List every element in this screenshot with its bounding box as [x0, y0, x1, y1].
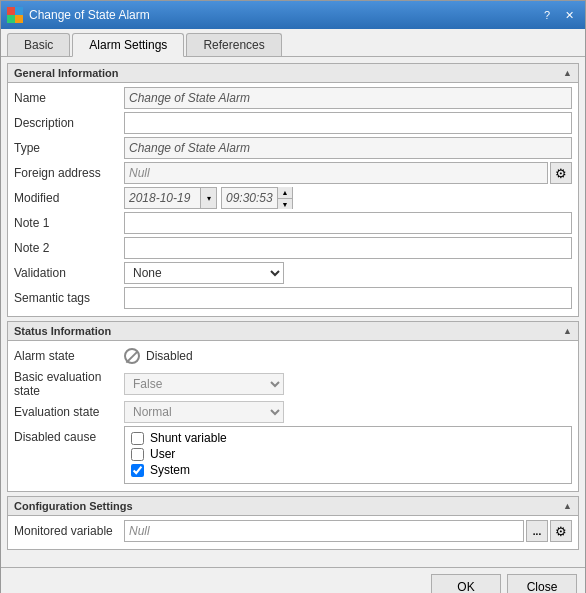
status-info-header: Status Information ▲	[8, 322, 578, 341]
monitored-variable-dots-button[interactable]: ...	[526, 520, 548, 542]
status-info-collapse-icon[interactable]: ▲	[563, 326, 572, 336]
system-checkbox[interactable]	[131, 464, 144, 477]
foreign-address-input[interactable]	[124, 162, 548, 184]
disabled-icon	[124, 348, 140, 364]
user-label: User	[150, 447, 175, 461]
foreign-address-gear-button[interactable]: ⚙	[550, 162, 572, 184]
name-row: Name	[14, 87, 572, 109]
svg-rect-2	[7, 15, 15, 23]
alarm-state-row: Alarm state Disabled	[14, 345, 572, 367]
note2-row: Note 2	[14, 237, 572, 259]
title-bar: Change of State Alarm ? ✕	[1, 1, 585, 29]
alarm-state-label: Alarm state	[14, 349, 124, 363]
config-settings-collapse-icon[interactable]: ▲	[563, 501, 572, 511]
ok-button[interactable]: OK	[431, 574, 501, 593]
basic-eval-label: Basic evaluation state	[14, 370, 124, 398]
user-checkbox[interactable]	[131, 448, 144, 461]
status-info-body: Alarm state Disabled Basic evaluation st…	[8, 341, 578, 491]
main-window: Change of State Alarm ? ✕ Basic Alarm Se…	[0, 0, 586, 593]
note2-label: Note 2	[14, 241, 124, 255]
note2-input[interactable]	[124, 237, 572, 259]
monitored-variable-row: Monitored variable ... ⚙	[14, 520, 572, 542]
foreign-address-label: Foreign address	[14, 166, 124, 180]
date-input-field: ▾	[124, 187, 217, 209]
general-information-section: General Information ▲ Name Description T…	[7, 63, 579, 317]
validation-select[interactable]: None Option1	[124, 262, 284, 284]
window-icon	[7, 7, 23, 23]
type-input	[124, 137, 572, 159]
time-input-field: ▲ ▼	[221, 187, 293, 209]
shunt-variable-label: Shunt variable	[150, 431, 227, 445]
user-cause-row: User	[131, 447, 565, 461]
disabled-cause-row: Disabled cause Shunt variable User Sy	[14, 426, 572, 484]
window-title: Change of State Alarm	[29, 8, 531, 22]
tab-bar: Basic Alarm Settings References	[1, 29, 585, 57]
config-settings-body: Monitored variable ... ⚙	[8, 516, 578, 549]
name-label: Name	[14, 91, 124, 105]
general-info-body: Name Description Type Foreign address	[8, 83, 578, 316]
time-spin-down-button[interactable]: ▼	[278, 198, 292, 209]
shunt-cause-row: Shunt variable	[131, 431, 565, 445]
date-text-input[interactable]	[125, 190, 200, 206]
validation-row: Validation None Option1	[14, 262, 572, 284]
foreign-address-row: Foreign address ⚙	[14, 162, 572, 184]
tab-alarm-settings[interactable]: Alarm Settings	[72, 33, 184, 57]
config-settings-header: Configuration Settings ▲	[8, 497, 578, 516]
basic-eval-row: Basic evaluation state False True	[14, 370, 572, 398]
foreign-address-field: ⚙	[124, 162, 572, 184]
modified-date-area: ▾ ▲ ▼	[124, 187, 572, 209]
disabled-cause-label: Disabled cause	[14, 426, 124, 444]
monitored-variable-label: Monitored variable	[14, 524, 124, 538]
alarm-state-value-area: Disabled	[124, 348, 193, 364]
tab-references[interactable]: References	[186, 33, 281, 56]
basic-eval-select[interactable]: False True	[124, 373, 284, 395]
alarm-state-text: Disabled	[146, 349, 193, 363]
description-row: Description	[14, 112, 572, 134]
modified-label: Modified	[14, 191, 124, 205]
semantic-tags-input[interactable]	[124, 287, 572, 309]
tab-basic[interactable]: Basic	[7, 33, 70, 56]
time-spin-buttons: ▲ ▼	[277, 187, 292, 209]
eval-state-label: Evaluation state	[14, 405, 124, 419]
help-button[interactable]: ?	[537, 6, 557, 24]
time-spin-up-button[interactable]: ▲	[278, 187, 292, 198]
note1-row: Note 1	[14, 212, 572, 234]
svg-rect-1	[15, 7, 23, 15]
semantic-tags-label: Semantic tags	[14, 291, 124, 305]
name-input[interactable]	[124, 87, 572, 109]
eval-state-select[interactable]: Normal Abnormal	[124, 401, 284, 423]
monitored-variable-gear-button[interactable]: ⚙	[550, 520, 572, 542]
window-close-button[interactable]: ✕	[559, 6, 579, 24]
main-content: General Information ▲ Name Description T…	[1, 57, 585, 567]
general-info-collapse-icon[interactable]: ▲	[563, 68, 572, 78]
validation-label: Validation	[14, 266, 124, 280]
configuration-settings-section: Configuration Settings ▲ Monitored varia…	[7, 496, 579, 550]
svg-rect-3	[15, 15, 23, 23]
note1-input[interactable]	[124, 212, 572, 234]
bottom-bar: OK Close	[1, 567, 585, 593]
type-row: Type	[14, 137, 572, 159]
system-label: System	[150, 463, 190, 477]
type-label: Type	[14, 141, 124, 155]
monitored-variable-field: ... ⚙	[124, 520, 572, 542]
modified-row: Modified ▾ ▲ ▼	[14, 187, 572, 209]
system-cause-row: System	[131, 463, 565, 477]
eval-state-row: Evaluation state Normal Abnormal	[14, 401, 572, 423]
date-dropdown-arrow[interactable]: ▾	[200, 188, 216, 208]
shunt-variable-checkbox[interactable]	[131, 432, 144, 445]
general-info-header: General Information ▲	[8, 64, 578, 83]
note1-label: Note 1	[14, 216, 124, 230]
description-label: Description	[14, 116, 124, 130]
description-input[interactable]	[124, 112, 572, 134]
status-information-section: Status Information ▲ Alarm state Disable…	[7, 321, 579, 492]
semantic-tags-row: Semantic tags	[14, 287, 572, 309]
close-button[interactable]: Close	[507, 574, 577, 593]
svg-rect-0	[7, 7, 15, 15]
title-bar-buttons: ? ✕	[537, 6, 579, 24]
monitored-variable-input[interactable]	[124, 520, 524, 542]
disabled-causes-area: Shunt variable User System	[124, 426, 572, 484]
time-text-input[interactable]	[222, 190, 277, 206]
